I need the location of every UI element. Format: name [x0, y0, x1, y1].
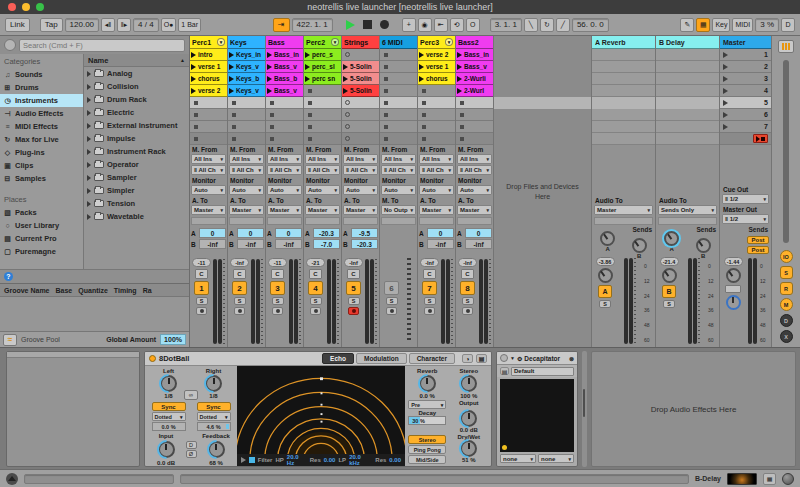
empty-clip-slot[interactable]	[228, 97, 265, 109]
master-pan-knob[interactable]	[726, 268, 741, 283]
capture-midi-button[interactable]: ⟲	[450, 18, 464, 32]
pan-knob[interactable]: C	[195, 269, 208, 279]
drop-files-area[interactable]: Drop Files and Devices Here	[494, 36, 592, 347]
sidebar-place-user-library[interactable]: ○User Library	[0, 219, 83, 232]
input-channel-chooser[interactable]: ‖ All Ch	[229, 165, 264, 175]
expand-arrow-icon[interactable]	[87, 71, 91, 77]
lp-res-value[interactable]: 0.00	[389, 457, 401, 463]
clip-stop-row[interactable]	[228, 133, 265, 145]
device-on-led[interactable]	[149, 355, 156, 362]
channel-mode-midside-button[interactable]: Mid/Side	[408, 455, 446, 464]
slot-stop-icon[interactable]	[384, 113, 388, 117]
slot-record-icon[interactable]	[345, 100, 350, 105]
track-header-perc1[interactable]: Perc1▾	[190, 36, 227, 49]
track-activator[interactable]: 2	[232, 281, 247, 295]
track-fold-icon[interactable]: ▾	[331, 38, 339, 46]
empty-clip-slot[interactable]	[266, 97, 303, 109]
tempo-field[interactable]: 120.00	[65, 18, 99, 32]
send-a-pre-post-toggle[interactable]: Post	[747, 236, 769, 244]
return-b-solo-button[interactable]: S	[663, 300, 675, 308]
clip-stop-row[interactable]	[190, 133, 227, 145]
follow-button[interactable]: ⇥	[273, 18, 290, 32]
groove-column-header[interactable]: Timing	[114, 287, 137, 294]
track-activator[interactable]: 6	[384, 281, 399, 295]
clip-stop-row[interactable]	[418, 133, 455, 145]
echo-tunnel-display[interactable]: Filter HP 20.0 Hz Res 0.00 LP 20.0 kHz R…	[237, 366, 405, 466]
output-chooser[interactable]: Master	[229, 205, 264, 215]
clip-play-icon[interactable]	[267, 52, 272, 58]
sidebar-item-samples[interactable]: ⊟Samples	[0, 172, 83, 185]
clip-play-icon[interactable]	[267, 88, 272, 94]
monitor-chooser[interactable]: Auto	[343, 185, 378, 195]
empty-clip-slot[interactable]	[342, 97, 379, 109]
groove-pool-icon[interactable]: ≈	[3, 334, 17, 346]
show-io-toggle[interactable]: IO	[780, 250, 793, 263]
filter-preview-icon[interactable]	[241, 457, 246, 463]
expand-arrow-icon[interactable]	[87, 110, 91, 116]
slot-stop-icon[interactable]	[308, 113, 312, 117]
arm-button[interactable]	[310, 307, 321, 315]
overdub-button[interactable]: +	[402, 18, 416, 32]
empty-clip-slot[interactable]	[380, 61, 417, 73]
close-window-button[interactable]	[8, 3, 16, 11]
input-chooser[interactable]: All Ins	[229, 154, 264, 164]
input-channel-chooser[interactable]: ‖ All Ch	[305, 165, 340, 175]
clip-play-icon[interactable]	[343, 76, 348, 82]
clip-slot[interactable]: verse 2	[190, 85, 227, 97]
slot-stop-icon[interactable]	[384, 65, 388, 69]
solo-button[interactable]: S	[348, 297, 360, 305]
empty-clip-slot[interactable]	[228, 121, 265, 133]
browser-item-external-instrument[interactable]: External Instrument	[84, 119, 189, 132]
clip-slot[interactable]: 5-Solin	[342, 73, 379, 85]
clip-play-icon[interactable]	[457, 52, 462, 58]
slot-stop-icon[interactable]	[460, 125, 464, 129]
clip-slot[interactable]: Bass_b	[266, 73, 303, 85]
sort-arrow-icon[interactable]: ▲	[180, 57, 185, 63]
browser-item-tension[interactable]: Tension	[84, 197, 189, 210]
track-header-perc3[interactable]: Perc3▾	[418, 36, 455, 49]
slot-record-icon[interactable]	[345, 124, 350, 129]
clip-slot[interactable]: Keys_in	[228, 49, 265, 61]
crossfader-chip[interactable]	[725, 285, 741, 293]
track-fold-icon[interactable]: ▾	[217, 38, 225, 46]
clip-slot[interactable]: Keys_b	[228, 73, 265, 85]
output-chooser[interactable]: Master	[419, 205, 454, 215]
punch-out-button[interactable]: ╱	[556, 18, 570, 32]
scene-6[interactable]: 6	[720, 109, 771, 121]
browser-item-simpler[interactable]: Simpler	[84, 184, 189, 197]
hot-swap-icon[interactable]: ◑	[462, 354, 473, 363]
clip-play-icon[interactable]	[267, 64, 272, 70]
solo-button[interactable]: S	[462, 297, 474, 305]
expand-arrow-icon[interactable]	[87, 188, 91, 194]
slot-stop-icon[interactable]	[194, 113, 198, 117]
browser-item-drum-rack[interactable]: Drum Rack	[84, 93, 189, 106]
slot-stop-icon[interactable]	[422, 89, 426, 93]
track-activator[interactable]: 4	[308, 281, 323, 295]
slot-stop-icon[interactable]	[384, 101, 388, 105]
draw-mode-button[interactable]: ✎	[680, 18, 694, 32]
empty-clip-slot[interactable]	[380, 73, 417, 85]
slot-stop-icon[interactable]	[460, 113, 464, 117]
re-enable-automation-button[interactable]: ⇤	[434, 18, 448, 32]
quantize-menu[interactable]: 1 Bar	[178, 18, 201, 32]
scene-1[interactable]: 1	[720, 49, 771, 61]
solo-button[interactable]: S	[424, 297, 436, 305]
send-a-value[interactable]: 0	[465, 228, 492, 238]
empty-clip-slot[interactable]	[456, 97, 493, 109]
clip-slot[interactable]: Keys_v	[228, 61, 265, 73]
tab-modulation[interactable]: Modulation	[356, 353, 407, 364]
key-map-button[interactable]: Key	[712, 18, 730, 32]
slot-stop-icon[interactable]	[460, 137, 464, 141]
right-sync-button[interactable]: Sync	[197, 402, 231, 411]
session-record-button[interactable]: O	[466, 18, 480, 32]
sidebar-item-plug-ins[interactable]: ◇Plug-ins	[0, 146, 83, 159]
slot-stop-icon[interactable]	[194, 125, 198, 129]
groove-column-header[interactable]: Ra	[143, 287, 152, 294]
hp-res-value[interactable]: 0.00	[324, 457, 336, 463]
clip-slot[interactable]: Bass_v	[266, 61, 303, 73]
input-gain-knob[interactable]	[158, 441, 175, 458]
clip-slot[interactable]: chorus	[418, 73, 455, 85]
plugin-on-toggle[interactable]	[500, 354, 508, 362]
empty-clip-slot[interactable]	[190, 97, 227, 109]
arm-button[interactable]	[196, 307, 207, 315]
